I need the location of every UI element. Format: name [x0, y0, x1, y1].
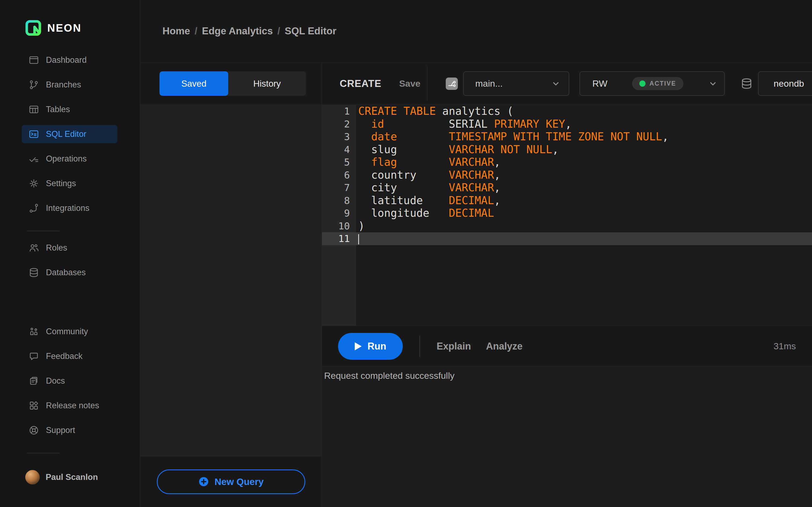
code-line: city VARCHAR,: [358, 181, 812, 194]
line-number: 2: [322, 118, 350, 131]
code-line: slug VARCHAR NOT NULL,: [358, 143, 812, 156]
breadcrumb-home[interactable]: Home: [162, 25, 190, 37]
text-cursor: [358, 234, 359, 244]
breadcrumb: Home / Edge Analytics / SQL Editor: [140, 0, 812, 62]
sidebar-item-label: Operations: [46, 154, 87, 164]
sql-editor-icon: [29, 129, 39, 139]
sidebar-item-docs[interactable]: Docs: [22, 372, 117, 390]
sidebar-item-dashboard[interactable]: Dashboard: [22, 51, 117, 69]
line-number: 8: [322, 194, 350, 207]
breadcrumb-separator: /: [195, 25, 197, 37]
integrations-icon: [29, 203, 39, 214]
line-number: 9: [322, 207, 350, 220]
line-number: 4: [322, 143, 350, 156]
tab-saved[interactable]: Saved: [159, 71, 228, 96]
saved-queries-list[interactable]: [140, 105, 322, 456]
neon-console: NEON DashboardBranchesTablesSQL EditorOp…: [0, 0, 812, 507]
line-number: 10: [322, 220, 350, 233]
tab-history[interactable]: History: [228, 71, 306, 96]
code-line: ): [358, 220, 812, 233]
explain-button[interactable]: Explain: [437, 341, 471, 352]
database-selector[interactable]: neondb: [758, 71, 812, 96]
query-actions-bar: Run Explain Analyze 31ms: [322, 326, 812, 367]
sidebar-item-roles[interactable]: Roles: [22, 239, 117, 257]
tables-icon: [29, 104, 39, 115]
sidebar-item-release-notes[interactable]: Release notes: [22, 396, 117, 415]
saved-queries-panel: Saved History New Query: [140, 62, 322, 507]
status-badge: ACTIVE: [632, 77, 683, 90]
sidebar-nav-main: DashboardBranchesTablesSQL EditorOperati…: [0, 51, 140, 224]
chevron-down-icon: [551, 79, 561, 89]
avatar: [25, 470, 40, 485]
feedback-icon: [29, 351, 39, 361]
sidebar-item-tables[interactable]: Tables: [22, 100, 117, 119]
results-area: Request completed successfully: [322, 367, 812, 507]
branches-icon: [29, 79, 39, 90]
branch-selector[interactable]: main...: [463, 71, 569, 96]
user-menu[interactable]: Paul Scanlon: [0, 470, 140, 485]
sidebar-item-label: Roles: [46, 243, 67, 253]
settings-icon: [29, 178, 39, 189]
sidebar-nav-secondary: RolesDatabases: [0, 239, 140, 288]
save-button[interactable]: Save: [399, 78, 420, 89]
sidebar-item-label: Branches: [46, 80, 81, 90]
sidebar-item-branches[interactable]: Branches: [22, 76, 117, 94]
sidebar-item-label: Release notes: [46, 401, 99, 410]
play-icon: [355, 342, 362, 350]
sidebar-item-label: Databases: [46, 268, 86, 277]
code-line: longitude DECIMAL: [358, 207, 812, 220]
status-message: Request completed successfully: [324, 371, 812, 381]
plus-icon: [198, 476, 209, 487]
active-status-dot: [639, 80, 646, 87]
breadcrumb-separator: /: [277, 25, 280, 37]
new-query-label: New Query: [214, 476, 264, 487]
line-number: 1: [322, 105, 350, 118]
run-label: Run: [368, 341, 387, 352]
sidebar: NEON DashboardBranchesTablesSQL EditorOp…: [0, 0, 140, 507]
community-icon: [29, 326, 39, 337]
code-content[interactable]: CREATE TABLE analytics ( id SERIAL PRIMA…: [356, 105, 812, 245]
release-notes-icon: [29, 400, 39, 411]
sidebar-item-settings[interactable]: Settings: [22, 174, 117, 192]
sidebar-item-label: Tables: [46, 105, 70, 114]
sidebar-divider: [27, 453, 60, 453]
sidebar-item-support[interactable]: Support: [22, 421, 117, 439]
sidebar-item-label: Integrations: [46, 203, 89, 213]
dashboard-icon: [29, 55, 39, 65]
line-number: 6: [322, 169, 350, 182]
main-content: Home / Edge Analytics / SQL Editor Saved…: [140, 0, 812, 507]
breadcrumb-current: SQL Editor: [285, 25, 337, 37]
code-line: date TIMESTAMP WITH TIME ZONE NOT NULL,: [358, 130, 812, 143]
sidebar-nav-bottom: CommunityFeedbackDocsRelease notesSuppor…: [0, 323, 140, 446]
docs-icon: [29, 376, 39, 386]
sidebar-item-databases[interactable]: Databases: [22, 264, 117, 282]
user-name: Paul Scanlon: [46, 472, 98, 482]
code-line: flag VARCHAR,: [358, 156, 812, 169]
sidebar-item-integrations[interactable]: Integrations: [22, 199, 117, 217]
compute-selector-value: RW: [592, 78, 607, 89]
brand-wordmark: NEON: [47, 22, 82, 34]
editor-toolbar: CREATE Save main...: [322, 62, 812, 105]
sidebar-item-label: Community: [46, 327, 88, 336]
sidebar-item-label: SQL Editor: [46, 129, 86, 139]
sidebar-item-sql-editor[interactable]: SQL Editor: [22, 125, 117, 143]
sidebar-item-community[interactable]: Community: [22, 323, 117, 341]
branch-selector-value: main...: [475, 78, 503, 89]
sql-editor-panel: CREATE Save main...: [322, 62, 812, 507]
actions-divider: [419, 336, 420, 357]
new-query-button[interactable]: New Query: [157, 469, 305, 494]
sidebar-item-label: Dashboard: [46, 55, 87, 65]
breadcrumb-project[interactable]: Edge Analytics: [202, 25, 273, 37]
neon-logo-icon: [25, 20, 41, 36]
queries-tab-switcher: Saved History: [159, 71, 306, 96]
database-selector-value: neondb: [774, 78, 804, 89]
neon-logo[interactable]: NEON: [0, 20, 140, 36]
compute-selector[interactable]: RW ACTIVE: [579, 71, 725, 96]
code-editor[interactable]: 1234567891011 CREATE TABLE analytics ( i…: [322, 105, 812, 326]
analyze-button[interactable]: Analyze: [486, 341, 522, 352]
support-icon: [29, 425, 39, 436]
run-button[interactable]: Run: [338, 333, 403, 360]
sidebar-item-label: Feedback: [46, 351, 83, 361]
sidebar-item-operations[interactable]: Operations: [22, 150, 117, 168]
sidebar-item-feedback[interactable]: Feedback: [22, 347, 117, 365]
